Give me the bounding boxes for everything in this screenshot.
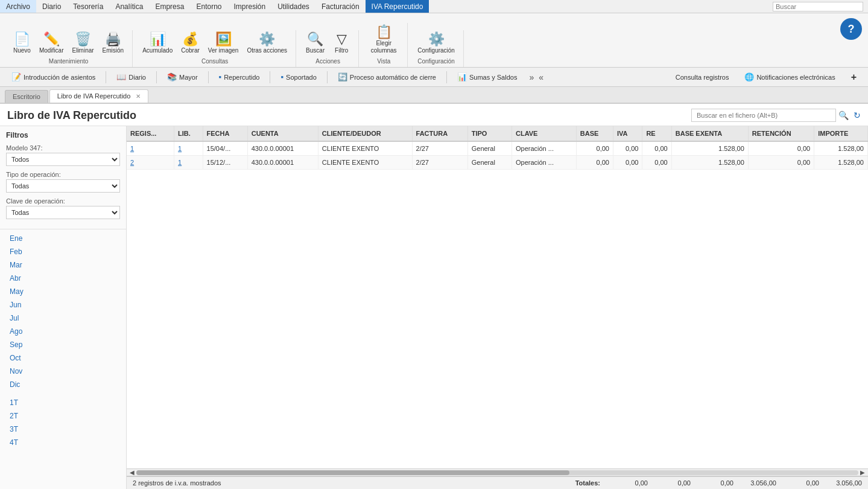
qt-notificaciones[interactable]: 🌐 Notificaciones electrónicas [738,70,841,84]
col-header-fecha[interactable]: FECHA [203,126,247,141]
col-header-retencion[interactable]: RETENCIÓN [748,126,814,141]
cell-lib[interactable]: 1 [174,141,203,156]
tipo-operacion-select[interactable]: Todas [6,179,120,193]
ribbon-btn-nuevo[interactable]: 📄 Nuevo [10,30,34,57]
menu-utilidades[interactable]: Utilidades [271,0,315,13]
scrollbar-area[interactable]: ◀ ▶ [127,468,868,476]
col-header-cliente[interactable]: CLIENTE/DEUDOR [318,126,412,141]
col-header-clave[interactable]: CLAVE [512,126,576,141]
month-item-sep[interactable]: Sep [0,338,126,351]
month-item-may[interactable]: May [0,285,126,298]
ribbon-btn-eliminar[interactable]: 🗑️ Eliminar [68,30,97,57]
ribbon-btn-acumulado[interactable]: 📊 Acumulado [139,30,176,57]
col-header-lib[interactable]: LIB. [174,126,203,141]
table-row[interactable]: 2115/12/...430.0.0.00001CLIENTE EXENTO2/… [127,156,868,170]
month-item-nov[interactable]: Nov [0,365,126,378]
help-button[interactable]: ? [840,18,862,40]
scrollbar-track[interactable] [136,470,858,475]
quarter-item-1t[interactable]: 1T [0,396,126,409]
cell-base: 0,00 [576,141,613,156]
modificar-icon: ✏️ [43,33,60,46]
tab-libro-iva[interactable]: Libro de IVA Repercutido ✕ [49,89,149,103]
menu-entorno[interactable]: Entorno [190,0,227,13]
ribbon-btn-ver-imagen[interactable]: 🖼️ Ver imagen [204,30,242,57]
ribbon-btn-configuracion[interactable]: ⚙️ Configuración [414,30,458,57]
qt-mayor[interactable]: 📚 Mayor [160,70,204,84]
qt-sep-1 [106,71,106,83]
ribbon-btn-cobrar[interactable]: 💰 Cobrar [177,30,203,57]
ribbon-group-configuracion: ⚙️ Configuración Configuración [409,30,464,67]
quarter-item-4t[interactable]: 4T [0,436,126,449]
menu-diario[interactable]: Diario [36,0,67,13]
scroll-right-icon[interactable]: ▶ [858,469,867,476]
qt-introduccion-asientos[interactable]: 📝 Introducción de asientos [5,70,102,84]
table-row[interactable]: 1115/04/...430.0.0.00001CLIENTE EXENTO2/… [127,141,868,156]
cell-regis[interactable]: 2 [127,156,174,170]
col-header-base[interactable]: BASE [576,126,613,141]
menu-facturacion[interactable]: Facturación [315,0,366,13]
qt-sumas-saldos[interactable]: 📊 Sumas y Saldos [451,70,524,84]
cell-importe: 1.528,00 [814,141,868,156]
ribbon-btn-elegir-columnas[interactable]: 📋 Elegir columnas [365,23,402,57]
menu-empresa[interactable]: Empresa [149,0,190,13]
menu-tesoreria[interactable]: Tesorería [67,0,109,13]
nuevo-icon: 📄 [14,33,30,46]
ribbon-btn-buscar[interactable]: 🔍 Buscar [302,30,328,57]
qt-repercutido[interactable]: ▪ Repercutido [212,70,267,84]
cell-lib[interactable]: 1 [174,156,203,170]
month-item-abr[interactable]: Abr [0,272,126,285]
month-item-jun[interactable]: Jun [0,298,126,312]
menu-analitica[interactable]: Analítica [109,0,149,13]
col-header-factura[interactable]: FACTURA [412,126,467,141]
col-header-base_exenta[interactable]: BASE EXENTA [671,126,748,141]
cell-clave: Operación ... [512,156,576,170]
col-header-cuenta[interactable]: CUENTA [247,126,318,141]
ribbon-btn-filtro[interactable]: ▽ Filtro [329,30,353,57]
qt-nav-back[interactable]: « [537,72,545,83]
col-header-tipo[interactable]: TIPO [467,126,512,141]
month-item-oct[interactable]: Oct [0,351,126,365]
modelo347-select[interactable]: Todos [6,153,120,166]
tab-close-icon[interactable]: ✕ [136,93,141,100]
qt-add-button[interactable]: + [844,69,863,85]
table-container[interactable]: REGIS...LIB.FECHACUENTACLIENTE/DEUDORFAC… [127,126,868,468]
cell-regis[interactable]: 1 [127,141,174,156]
search-fichero-icon[interactable]: 🔍 [838,110,849,120]
qt-diario[interactable]: 📖 Diario [110,70,153,84]
cell-cliente: CLIENTE EXENTO [318,156,412,170]
col-header-importe[interactable]: IMPORTE [814,126,868,141]
month-item-jul[interactable]: Jul [0,312,126,325]
menu-archivo[interactable]: Archivo [0,0,36,13]
cell-re: 0,00 [642,141,671,156]
ribbon-group-label-vista: Vista [377,58,390,65]
menu-search [768,0,868,13]
ribbon-group-acciones: 🔍 Buscar ▽ Filtro Acciones [297,30,359,67]
month-item-ago[interactable]: Ago [0,325,126,338]
quarter-item-2t[interactable]: 2T [0,409,126,423]
search-fichero-input[interactable] [691,109,836,122]
qt-soportado[interactable]: ▪ Soportado [274,70,323,84]
ribbon-btn-modificar[interactable]: ✏️ Modificar [36,30,68,57]
quarter-item-3t[interactable]: 3T [0,423,126,436]
ribbon-btn-otras-acciones[interactable]: ⚙️ Otras acciones [243,30,291,57]
qt-nav-forward[interactable]: » [527,72,536,83]
col-header-re[interactable]: RE [642,126,671,141]
qt-consulta-registros[interactable]: Consulta registros [669,71,736,83]
month-item-ene[interactable]: Ene [0,232,126,245]
tab-escritorio[interactable]: Escritorio [5,90,48,103]
month-item-dic[interactable]: Dic [0,378,126,391]
menu-impresion[interactable]: Impresión [227,0,271,13]
refresh-button[interactable]: ↻ [854,110,861,120]
col-header-regis[interactable]: REGIS... [127,126,174,141]
qt-proceso-cierre[interactable]: 🔄 Proceso automático de cierre [331,70,443,84]
month-item-mar[interactable]: Mar [0,258,126,272]
scrollbar-thumb[interactable] [136,470,569,475]
clave-operacion-select[interactable]: Todas [6,206,120,219]
month-item-feb[interactable]: Feb [0,245,126,258]
menu-iva-repercutido[interactable]: IVA Repercutido [366,0,429,13]
ribbon-group-label-configuracion: Configuración [417,58,455,65]
scroll-left-icon[interactable]: ◀ [128,469,136,476]
ribbon-btn-emision[interactable]: 🖨️ Emisión [99,30,128,57]
col-header-iva[interactable]: IVA [613,126,642,141]
menu-search-input[interactable] [773,2,863,11]
